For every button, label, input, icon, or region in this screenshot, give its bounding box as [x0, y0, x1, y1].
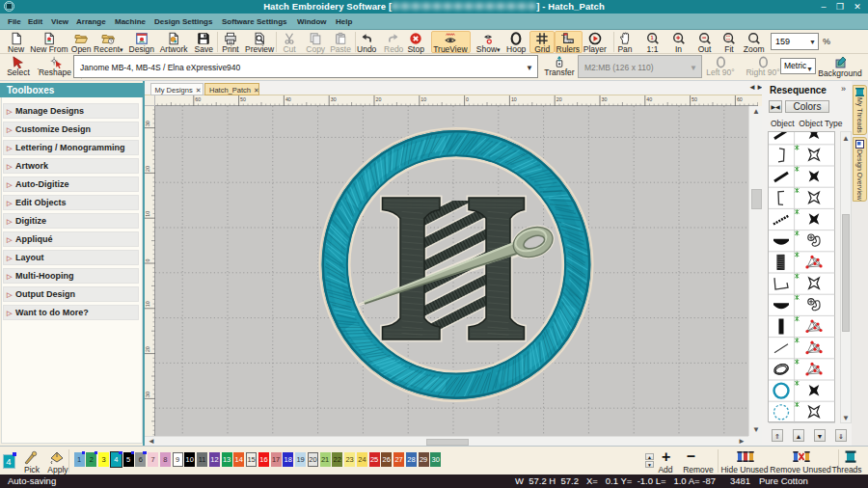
svg-text:30: 30 [602, 96, 608, 102]
svg-text:60: 60 [737, 96, 743, 102]
svg-text:30: 30 [145, 121, 150, 126]
svg-text:0: 0 [466, 96, 469, 102]
svg-text:40: 40 [285, 96, 291, 102]
svg-text:20: 20 [145, 346, 150, 352]
svg-text:1: 1 [650, 35, 653, 41]
svg-text:20: 20 [556, 96, 562, 102]
svg-text:40: 40 [646, 96, 652, 102]
svg-text:50: 50 [692, 96, 697, 102]
svg-text:10: 10 [145, 301, 150, 307]
svg-text:60: 60 [195, 96, 201, 102]
svg-text:10: 10 [511, 96, 517, 102]
svg-text:30: 30 [145, 392, 150, 397]
svg-text:30: 30 [331, 96, 337, 102]
svg-text:20: 20 [145, 166, 150, 172]
svg-text:20: 20 [376, 96, 382, 102]
svg-text:10: 10 [420, 96, 426, 102]
svg-text:0: 0 [145, 259, 150, 262]
svg-text:50: 50 [240, 96, 246, 102]
svg-text:10: 10 [145, 211, 150, 217]
